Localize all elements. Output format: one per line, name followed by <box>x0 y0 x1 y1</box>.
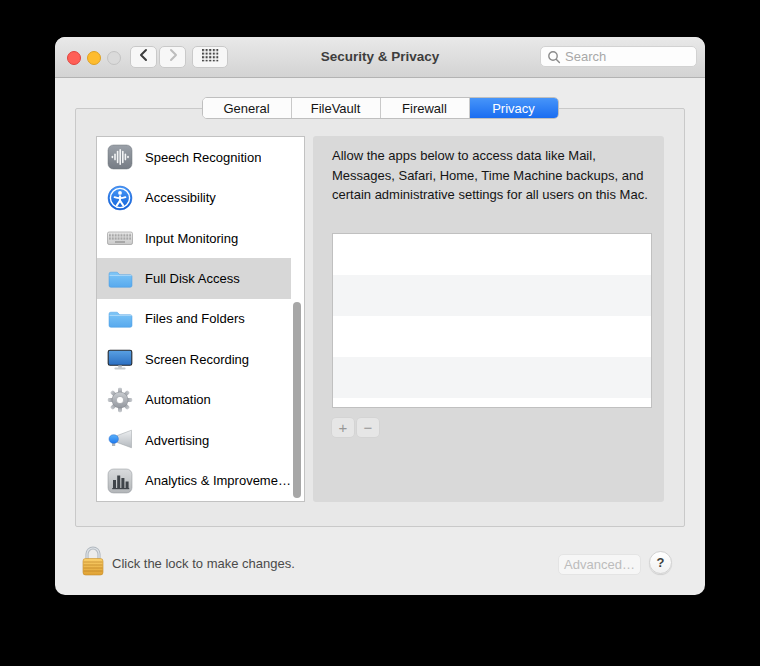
sidebar-item-accessibility[interactable]: Accessibility <box>97 177 291 217</box>
sidebar-item-label: Automation <box>145 392 211 407</box>
search-input[interactable]: Search <box>540 46 697 67</box>
grid-icon <box>202 48 219 66</box>
sidebar-item-label: Analytics & Improveme… <box>145 473 291 488</box>
sidebar-item-label: Accessibility <box>145 190 216 205</box>
sidebar-item-label: Speech Recognition <box>145 150 261 165</box>
sidebar-item-label: Screen Recording <box>145 352 249 367</box>
folder-icon <box>104 303 136 335</box>
sidebar-item-screen-recording[interactable]: Screen Recording <box>97 339 291 379</box>
tab-firewall[interactable]: Firewall <box>381 98 470 118</box>
security-privacy-window: Security & Privacy Search General FileVa… <box>55 37 705 595</box>
sidebar-item-label: Full Disk Access <box>145 271 240 286</box>
allowed-apps-list[interactable] <box>332 233 652 408</box>
lock-hint-text: Click the lock to make changes. <box>112 556 295 571</box>
gear-icon <box>104 384 136 416</box>
sidebar-item-label: Advertising <box>145 433 209 448</box>
full-disk-access-pane: Allow the apps below to access data like… <box>313 136 664 502</box>
zoom-window-button-disabled <box>107 51 121 65</box>
close-window-button[interactable] <box>67 51 81 65</box>
help-button[interactable]: ? <box>649 551 672 574</box>
sidebar-item-speech-recognition[interactable]: Speech Recognition <box>97 137 291 177</box>
pane-description: Allow the apps below to access data like… <box>332 146 649 205</box>
privacy-category-list: Speech Recognition Accessibility <box>96 136 305 502</box>
tab-filevault[interactable]: FileVault <box>292 98 381 118</box>
sidebar-item-analytics[interactable]: Analytics & Improveme… <box>97 461 291 501</box>
folder-icon <box>104 263 136 295</box>
tab-bar: General FileVault Firewall Privacy <box>202 97 559 119</box>
keyboard-icon <box>104 222 136 254</box>
chevron-left-icon <box>138 48 150 66</box>
search-placeholder: Search <box>565 49 606 64</box>
title-bar: Security & Privacy Search <box>55 37 705 78</box>
search-icon <box>547 50 561 64</box>
sidebar-item-label: Input Monitoring <box>145 231 238 246</box>
show-all-preferences-button[interactable] <box>192 46 228 68</box>
sidebar-item-label: Files and Folders <box>145 311 245 326</box>
sidebar-item-advertising[interactable]: Advertising <box>97 420 291 460</box>
bar-chart-icon <box>104 465 136 497</box>
add-app-button[interactable]: + <box>332 418 354 437</box>
minus-icon: − <box>364 420 373 435</box>
remove-app-button[interactable]: − <box>357 418 379 437</box>
sidebar-item-automation[interactable]: Automation <box>97 380 291 420</box>
plus-icon: + <box>339 420 348 435</box>
tab-general[interactable]: General <box>203 98 292 118</box>
back-button[interactable] <box>130 46 157 68</box>
sidebar-scrollbar[interactable] <box>293 302 301 498</box>
chevron-right-icon <box>167 48 179 66</box>
sidebar-item-files-and-folders[interactable]: Files and Folders <box>97 299 291 339</box>
tab-privacy[interactable]: Privacy <box>470 98 558 118</box>
sidebar-item-full-disk-access[interactable]: Full Disk Access <box>97 258 291 298</box>
advanced-button[interactable]: Advanced… <box>558 554 641 575</box>
megaphone-icon <box>104 424 136 456</box>
forward-button[interactable] <box>159 46 186 68</box>
waveform-icon <box>104 141 136 173</box>
minimize-window-button[interactable] <box>87 51 101 65</box>
accessibility-icon <box>104 182 136 214</box>
display-icon <box>104 343 136 375</box>
lock-icon[interactable] <box>80 543 106 581</box>
sidebar-item-input-monitoring[interactable]: Input Monitoring <box>97 218 291 258</box>
